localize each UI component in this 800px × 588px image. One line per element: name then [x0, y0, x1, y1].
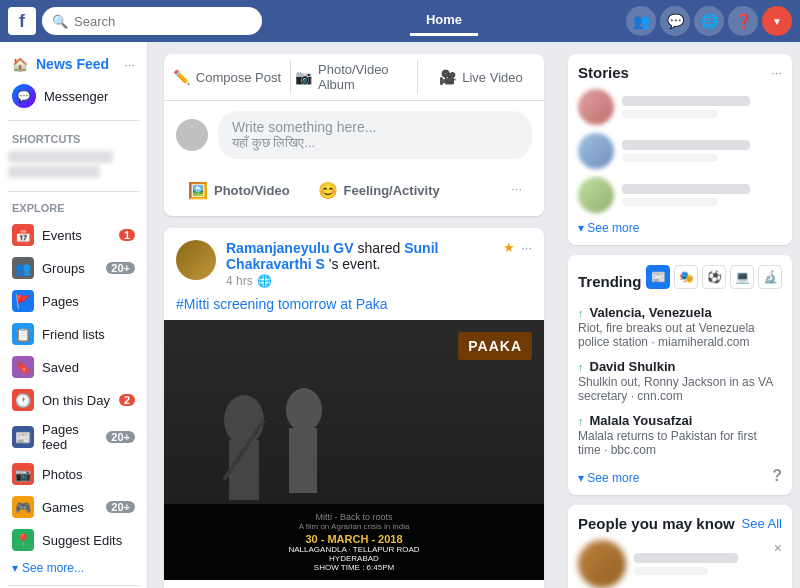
trending-see-more[interactable]: ▾ See more: [578, 471, 639, 485]
nav-icon-group: 👥 💬 🌐 ❓ ▼: [626, 6, 792, 36]
photo-album-tab[interactable]: 📷 Photo/Video Album: [291, 54, 417, 100]
person-close-1[interactable]: ×: [774, 540, 782, 556]
trend-filter-sports[interactable]: ⚽: [702, 265, 726, 289]
live-video-tab[interactable]: 🎥 Live Video: [418, 54, 544, 100]
compose-icon: ✏️: [173, 69, 190, 85]
sidebar-divider-2: [8, 191, 139, 192]
stories-header: Stories ···: [578, 64, 782, 81]
people-title: People you may know: [578, 515, 735, 532]
help-icon-btn[interactable]: ❓: [728, 6, 758, 36]
compose-tabs: ✏️ Compose Post 📷 Photo/Video Album 🎥 Li…: [164, 54, 544, 101]
stories-box: Stories ···: [568, 54, 792, 245]
search-icon: 🔍: [52, 14, 68, 29]
see-more-label: See more...: [22, 561, 84, 575]
sidebar-item-messenger[interactable]: 💬 Messenger: [4, 78, 143, 114]
svg-rect-3: [289, 428, 317, 493]
sidebar-item-suggest-edits[interactable]: 📍 Suggest Edits: [4, 524, 143, 556]
film-city: HYDERABAD: [172, 554, 536, 563]
sidebar-item-on-this-day[interactable]: 🕐 On this Day 2: [4, 384, 143, 416]
sidebar-item-pages[interactable]: 🚩 Pages: [4, 285, 143, 317]
nav-center: Home: [262, 6, 626, 36]
groups-icon: 👥: [12, 257, 34, 279]
sidebar-item-games[interactable]: 🎮 Games 20+: [4, 491, 143, 523]
story-name-bar-3: [622, 184, 750, 194]
dropdown-icon-btn[interactable]: ▼: [762, 6, 792, 36]
explore-title: Explore: [0, 198, 147, 218]
sidebar-item-events[interactable]: 📅 Events 1: [4, 219, 143, 251]
groups-badge: 20+: [106, 262, 135, 274]
saved-icon: 🔖: [12, 356, 34, 378]
globe-icon-btn[interactable]: 🌐: [694, 6, 724, 36]
compose-input-area: Write something here... यहाँ कुछ लिखिए..…: [164, 101, 544, 169]
news-feed-dots[interactable]: ···: [124, 57, 135, 72]
sidebar-item-pages-feed[interactable]: 📰 Pages feed 20+: [4, 417, 143, 457]
trend-filter-entertainment[interactable]: 🎭: [674, 265, 698, 289]
home-nav-button[interactable]: Home: [410, 6, 478, 36]
suggest-edits-icon: 📍: [12, 529, 34, 551]
shortcuts-blurred: [0, 147, 147, 185]
post-author-avatar: [176, 240, 216, 280]
compose-more-btn[interactable]: ···: [501, 175, 532, 206]
search-input[interactable]: [74, 14, 252, 29]
person-name-bar-1: [634, 553, 738, 563]
friend-lists-label: Friend lists: [42, 327, 135, 342]
post-menu-dots[interactable]: ···: [521, 240, 532, 255]
trending-name-2[interactable]: ↑ David Shulkin: [578, 359, 782, 374]
trending-box: Trending 📰 🎭 ⚽ 💻 🔬 ↑ Valencia, Venezuela…: [568, 255, 792, 495]
trend-filter-science[interactable]: 🔬: [758, 265, 782, 289]
pages-label: Pages: [42, 294, 135, 309]
games-label: Games: [42, 500, 106, 515]
post-privacy-icon: 🌐: [257, 274, 272, 288]
stories-see-more[interactable]: ▾ See more: [578, 221, 782, 235]
hashtag-link[interactable]: #Mitti screening tomorrow at Paka: [176, 296, 388, 312]
story-text-1: [622, 96, 782, 118]
sidebar-item-photos[interactable]: 📷 Photos: [4, 458, 143, 490]
trending-name-1[interactable]: ↑ Valencia, Venezuela: [578, 305, 782, 320]
messenger-icon-btn[interactable]: 💬: [660, 6, 690, 36]
sidebar-item-groups[interactable]: 👥 Groups 20+: [4, 252, 143, 284]
friends-icon-btn[interactable]: 👥: [626, 6, 656, 36]
story-item-3[interactable]: [578, 177, 782, 213]
trend-arrow-2: ↑: [578, 361, 584, 373]
photos-label: Photos: [42, 467, 135, 482]
story-avatar-3: [578, 177, 614, 213]
stories-dots[interactable]: ···: [771, 65, 782, 80]
sidebar-item-saved[interactable]: 🔖 Saved: [4, 351, 143, 383]
trend-filter-tech[interactable]: 💻: [730, 265, 754, 289]
story-avatar-1: [578, 89, 614, 125]
trend-filter-news[interactable]: 📰: [646, 265, 670, 289]
shared-suffix: 's event.: [329, 256, 381, 272]
news-feed-item[interactable]: 🏠 News Feed: [12, 56, 124, 72]
star-icon[interactable]: ★: [503, 240, 515, 255]
post-header: Ramanjaneyulu GV shared Sunil Chakravart…: [164, 228, 544, 296]
post-event-image: PAAKA Mitti - Back to roots A film on Ag…: [164, 320, 544, 580]
story-text-2: [622, 140, 782, 162]
see-more-explore[interactable]: ▾ See more...: [0, 557, 147, 579]
people-you-may-know: People you may know See All ×: [568, 505, 792, 588]
film-text-overlay: Mitti - Back to roots A film on Agrarian…: [164, 504, 544, 580]
facebook-logo[interactable]: f: [8, 7, 36, 35]
trending-name-3[interactable]: ↑ Malala Yousafzai: [578, 413, 782, 428]
photo-video-btn[interactable]: 🖼️ Photo/Video: [176, 175, 302, 206]
compose-text-area[interactable]: Write something here... यहाँ कुछ लिखिए..…: [218, 111, 532, 159]
author-name-text[interactable]: Ramanjaneyulu GV: [226, 240, 354, 256]
people-see-all[interactable]: See All: [742, 516, 782, 531]
trend-arrow-3: ↑: [578, 415, 584, 427]
film-show-time: SHOW TIME : 6:45PM: [172, 563, 536, 572]
story-item-2[interactable]: [578, 133, 782, 169]
search-bar[interactable]: 🔍: [42, 7, 262, 35]
friend-lists-icon: 📋: [12, 323, 34, 345]
saved-label: Saved: [42, 360, 135, 375]
feeling-activity-btn[interactable]: 😊 Feeling/Activity: [306, 175, 452, 206]
story-item-1[interactable]: [578, 89, 782, 125]
trending-item-1: ↑ Valencia, Venezuela Riot, fire breaks …: [578, 305, 782, 349]
shortcuts-title: Shortcuts: [0, 127, 147, 147]
trending-header: Trending 📰 🎭 ⚽ 💻 🔬: [578, 265, 782, 297]
compose-post-tab[interactable]: ✏️ Compose Post: [164, 54, 290, 100]
post-author-name: Ramanjaneyulu GV shared Sunil Chakravart…: [226, 240, 503, 272]
film-date: 30 - MARCH - 2018: [172, 533, 536, 545]
sidebar-item-friend-lists[interactable]: 📋 Friend lists: [4, 318, 143, 350]
feeling-icon: 😊: [318, 181, 338, 200]
person-info-1: [634, 553, 782, 575]
trending-question-mark[interactable]: ?: [772, 467, 782, 485]
